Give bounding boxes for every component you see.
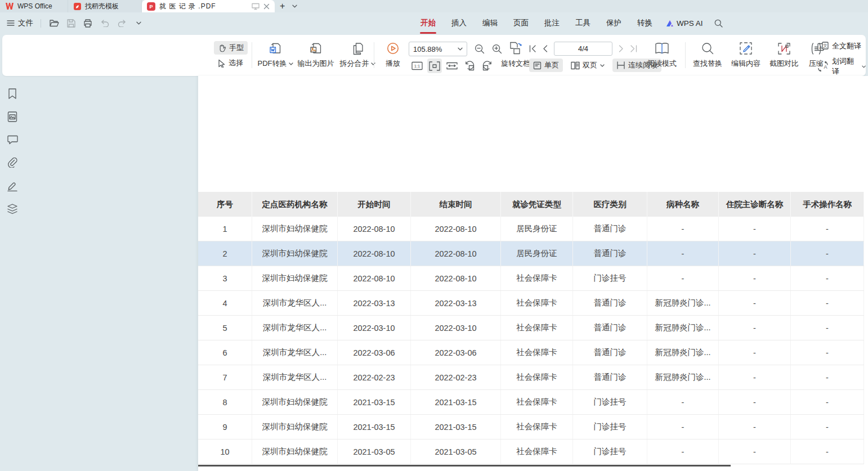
table-cell: 2022-03-10	[338, 316, 411, 340]
table-cell: 1	[198, 217, 252, 241]
more-commands-chevron-icon[interactable]	[133, 17, 144, 29]
comment-icon[interactable]	[6, 133, 19, 146]
previous-page-icon[interactable]	[543, 45, 548, 52]
menu-tab-insert[interactable]: 插入	[444, 12, 475, 34]
next-page-icon[interactable]	[619, 45, 624, 52]
table-cell: 3	[198, 266, 252, 290]
pdf-convert-button[interactable]: PDF转换	[257, 40, 294, 69]
table-cell: -	[647, 241, 719, 266]
menu-tab-home[interactable]: 开始	[413, 12, 444, 34]
tab-wps-office[interactable]: WPS Office	[0, 0, 68, 12]
table-row[interactable]: 7深圳市龙华区人...2022-02-232022-02-23社会保障卡普通门诊…	[198, 365, 864, 390]
tab-document-active[interactable]: P 就 医 记 录 .PDF	[142, 0, 275, 12]
chevron-down-icon	[600, 64, 605, 67]
split-merge-button[interactable]: 拆分合并	[338, 40, 377, 69]
table-row[interactable]: 9深圳市妇幼保健院2021-03-152021-03-15社会保障卡门诊挂号--…	[198, 415, 864, 439]
file-menu-button[interactable]: 文件	[7, 18, 33, 28]
table-row[interactable]: 10深圳市妇幼保健院2021-03-052021-03-05社会保障卡门诊挂号-…	[198, 439, 864, 464]
select-tool-button[interactable]: 选择	[214, 56, 248, 70]
chevron-down-icon	[289, 62, 293, 65]
menu-tab-convert[interactable]: 转换	[629, 12, 660, 34]
word-translate-label: 划词翻译	[832, 56, 858, 77]
table-row[interactable]: 1深圳市妇幼保健院2022-08-102022-08-10居民身份证普通门诊--…	[198, 217, 864, 241]
menu-search-icon[interactable]	[709, 12, 728, 34]
table-row[interactable]: 8深圳市妇幼保健院2021-03-152021-03-15社会保障卡门诊挂号--…	[198, 390, 864, 415]
table-cell: 普通门诊	[573, 241, 647, 266]
fit-page-button[interactable]	[445, 59, 459, 73]
signature-pen-icon[interactable]	[6, 180, 19, 192]
table-cell: -	[719, 316, 791, 340]
page-number-input[interactable]: 4/4	[554, 42, 612, 56]
zoom-level-select[interactable]: 105.88%	[409, 42, 467, 56]
undo-icon[interactable]	[99, 17, 110, 29]
last-page-icon[interactable]	[630, 45, 637, 52]
table-cell: 新冠肺炎门诊...	[647, 340, 719, 365]
table-row[interactable]: 2深圳市妇幼保健院2022-08-102022-08-10居民身份证普通门诊--…	[198, 241, 864, 266]
new-tab-button[interactable]: +	[275, 0, 290, 12]
table-cell: -	[647, 266, 719, 290]
table-cell: 深圳市妇幼保健院	[252, 439, 338, 464]
table-row[interactable]: 6深圳市龙华区人...2022-03-062022-03-06社会保障卡普通门诊…	[198, 340, 864, 365]
read-mode-button[interactable]: 阅读模式	[646, 40, 678, 69]
attachment-icon[interactable]	[6, 156, 19, 169]
print-icon[interactable]	[82, 17, 93, 29]
close-tab-icon[interactable]	[263, 3, 270, 10]
layers-icon[interactable]	[6, 203, 19, 215]
table-row[interactable]: 4深圳市龙华区人...2022-03-132022-03-13社会保障卡普通门诊…	[198, 291, 864, 316]
table-header-cell: 就诊凭证类型	[501, 192, 573, 217]
table-cell: 社会保障卡	[501, 316, 573, 340]
edit-content-label: 编辑内容	[731, 59, 760, 69]
rotate-right-icon[interactable]	[480, 59, 494, 73]
table-row[interactable]: 5深圳市龙华区人...2022-03-102022-03-10社会保障卡普通门诊…	[198, 316, 864, 340]
table-cell: 社会保障卡	[501, 415, 573, 439]
save-icon[interactable]	[65, 17, 77, 29]
table-cell: 社会保障卡	[501, 365, 573, 389]
table-cell: 2021-03-15	[338, 390, 411, 414]
bookmark-icon[interactable]	[6, 87, 19, 100]
thumbnail-image-icon[interactable]	[6, 110, 19, 123]
double-page-button[interactable]: 双页	[567, 59, 609, 72]
menu-tab-page[interactable]: 页面	[505, 12, 536, 34]
edit-pencil-icon	[739, 40, 753, 55]
menu-tab-edit[interactable]: 编辑	[475, 12, 505, 34]
first-page-icon[interactable]	[529, 45, 536, 52]
single-page-label: 单页	[544, 60, 559, 70]
table-cell: 社会保障卡	[501, 340, 573, 365]
screenshot-compare-button[interactable]: 截图对比	[767, 40, 802, 69]
table-row[interactable]: 3深圳市妇幼保健院2022-08-102022-08-10社会保障卡门诊挂号--…	[198, 266, 864, 291]
follow-screen-icon[interactable]	[252, 3, 259, 10]
find-replace-button[interactable]: 查找替换	[690, 40, 725, 69]
single-page-button[interactable]: 单页	[529, 59, 563, 72]
wps-ai-button[interactable]: WPS AI	[660, 12, 709, 34]
chevron-down-icon	[862, 65, 866, 68]
svg-text:文: 文	[817, 61, 822, 67]
table-cell: 2022-08-10	[411, 217, 501, 241]
rotate-left-icon[interactable]	[462, 59, 477, 73]
zoom-out-icon[interactable]	[475, 44, 485, 54]
book-icon	[655, 40, 669, 55]
actual-size-button[interactable]: 1:1	[410, 59, 424, 73]
word-translate-button[interactable]: 文A 划词翻译	[817, 56, 866, 77]
pdf-convert-label: PDF转换	[258, 59, 287, 69]
menu-tab-comment[interactable]: 批注	[536, 12, 567, 34]
tab-list-chevron-icon[interactable]	[290, 0, 299, 12]
double-page-icon	[571, 61, 580, 70]
open-file-icon[interactable]	[48, 17, 60, 29]
table-cell: -	[647, 415, 719, 439]
hand-tool-button[interactable]: 手型	[214, 41, 248, 55]
pdf-page[interactable]: 序号定点医药机构名称开始时间结束时间就诊凭证类型医疗类别病种名称住院主诊断名称手…	[198, 76, 868, 471]
play-button[interactable]: 播放	[381, 40, 405, 69]
split-merge-label: 拆分合并	[340, 59, 369, 69]
full-translate-button[interactable]: A文 全文翻译	[817, 41, 866, 51]
fit-width-button[interactable]	[427, 59, 442, 73]
table-cell: -	[719, 217, 791, 241]
menu-tab-tools[interactable]: 工具	[567, 12, 598, 34]
redo-icon[interactable]	[116, 17, 127, 29]
docer-icon	[74, 3, 81, 10]
rotate-document-label: 旋转文档	[501, 59, 530, 69]
tab-docer[interactable]: 找稻壳模板	[68, 0, 142, 12]
menu-tab-protect[interactable]: 保护	[598, 12, 629, 34]
table-cell: 2022-03-13	[338, 291, 411, 315]
export-image-button[interactable]: 输出为图片	[296, 40, 335, 69]
edit-content-button[interactable]: 编辑内容	[728, 40, 763, 69]
